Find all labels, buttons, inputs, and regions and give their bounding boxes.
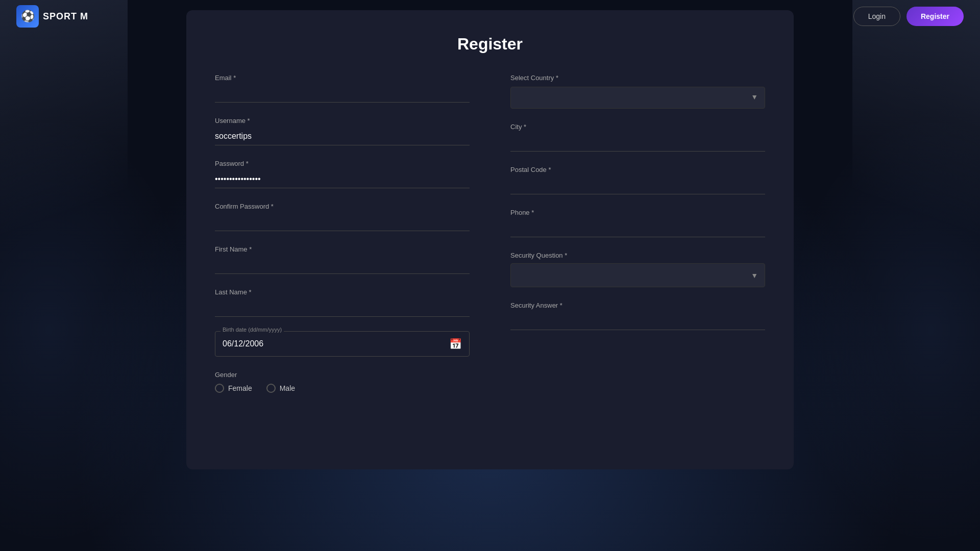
right-column: Select Country * ▼ City *	[510, 74, 765, 407]
country-label: Select Country *	[510, 74, 765, 82]
register-modal: Register Email * Username *	[186, 10, 794, 469]
gender-female-label: Female	[228, 384, 252, 392]
email-label: Email *	[215, 74, 470, 82]
city-input[interactable]	[510, 134, 765, 152]
last-name-input[interactable]	[215, 299, 470, 317]
gender-female-option[interactable]: Female	[215, 384, 252, 393]
last-name-label: Last Name *	[215, 288, 470, 296]
gender-label: Gender	[215, 371, 470, 379]
security-question-group: Security Question * ▼	[510, 252, 765, 287]
postal-code-label: Postal Code *	[510, 166, 765, 173]
topnav: ⚽ SPORT M Login Register	[0, 0, 980, 33]
security-question-label: Security Question *	[510, 252, 765, 259]
radio-group: Female Male	[215, 384, 470, 393]
birth-date-value: 06/12/2006	[223, 339, 263, 348]
password-input[interactable]	[215, 170, 470, 188]
email-group: Email *	[215, 74, 470, 103]
username-group: Username *	[215, 117, 470, 145]
page-title: Register	[215, 35, 765, 54]
email-input[interactable]	[215, 85, 470, 103]
city-label: City *	[510, 123, 765, 131]
security-answer-group: Security Answer *	[510, 302, 765, 330]
first-name-group: First Name *	[215, 245, 470, 274]
logo-text: SPORT M	[43, 11, 88, 22]
security-answer-input[interactable]	[510, 312, 765, 330]
phone-input[interactable]	[510, 219, 765, 237]
gender-male-option[interactable]: Male	[266, 384, 295, 393]
calendar-icon: 📅	[449, 338, 462, 350]
postal-code-group: Postal Code *	[510, 166, 765, 194]
gender-male-label: Male	[280, 384, 295, 392]
logo-icon: ⚽	[16, 5, 39, 28]
country-select[interactable]	[510, 87, 765, 109]
gender-male-radio[interactable]	[266, 384, 276, 393]
birth-date-wrapper[interactable]: Birth date (dd/mm/yyyy) 06/12/2006 📅	[215, 331, 470, 357]
security-answer-label: Security Answer *	[510, 302, 765, 309]
confirm-password-group: Confirm Password *	[215, 203, 470, 231]
form-grid: Email * Username * Password	[215, 74, 765, 407]
postal-code-input[interactable]	[510, 177, 765, 194]
password-group: Password *	[215, 160, 470, 188]
security-question-wrapper: ▼	[510, 263, 765, 287]
city-group: City *	[510, 123, 765, 152]
username-label: Username *	[215, 117, 470, 124]
security-question-select[interactable]	[510, 263, 765, 287]
left-column: Email * Username * Password	[215, 74, 470, 407]
confirm-password-label: Confirm Password *	[215, 203, 470, 210]
phone-group: Phone *	[510, 209, 765, 237]
phone-label: Phone *	[510, 209, 765, 216]
gender-group: Gender Female Male	[215, 371, 470, 393]
first-name-input[interactable]	[215, 256, 470, 274]
login-button[interactable]: Login	[853, 7, 900, 26]
last-name-group: Last Name *	[215, 288, 470, 317]
logo: ⚽ SPORT M	[16, 5, 88, 28]
gender-female-radio[interactable]	[215, 384, 224, 393]
first-name-label: First Name *	[215, 245, 470, 253]
password-label: Password *	[215, 160, 470, 167]
country-group: Select Country * ▼	[510, 74, 765, 109]
country-select-wrapper: ▼	[510, 85, 765, 109]
confirm-password-input[interactable]	[215, 213, 470, 231]
nav-buttons: Login Register	[853, 7, 964, 26]
birth-date-inner-label: Birth date (dd/mm/yyyy)	[220, 327, 284, 333]
modal-overlay: Register Email * Username *	[0, 0, 980, 551]
birth-date-group: Birth date (dd/mm/yyyy) 06/12/2006 📅	[215, 331, 470, 357]
register-nav-button[interactable]: Register	[906, 7, 964, 26]
username-input[interactable]	[215, 128, 470, 145]
